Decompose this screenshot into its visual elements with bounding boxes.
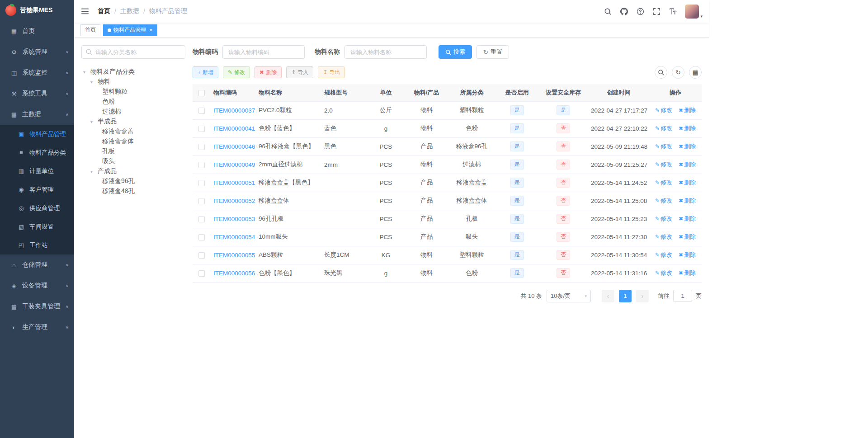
sidebar-item[interactable]: ⚙ 系统管理 ∨ bbox=[0, 42, 74, 62]
breadcrumb-master-data[interactable]: 主数据 bbox=[120, 7, 139, 15]
row-checkbox[interactable] bbox=[198, 126, 205, 132]
delete-row-button[interactable]: ✖删除 bbox=[679, 215, 696, 222]
prev-page-button[interactable]: ‹ bbox=[602, 290, 614, 302]
hamburger-icon[interactable] bbox=[80, 7, 90, 15]
sidebar-item[interactable]: ◎ 供应商管理 bbox=[0, 199, 74, 217]
delete-row-button[interactable]: ✖删除 bbox=[679, 161, 696, 168]
search-button[interactable]: 搜索 bbox=[439, 45, 472, 59]
edit-row-button[interactable]: ✎修改 bbox=[655, 107, 672, 113]
row-checkbox[interactable] bbox=[198, 180, 205, 186]
delete-row-button[interactable]: ✖删除 bbox=[679, 251, 696, 258]
item-code-link[interactable]: ITEM00000056 bbox=[213, 270, 255, 277]
edit-row-button[interactable]: ✎修改 bbox=[655, 143, 672, 150]
export-button[interactable]: ↧ 导出 bbox=[318, 66, 345, 78]
tab-material-product-management[interactable]: 物料产品管理 × bbox=[103, 24, 157, 36]
help-icon[interactable] bbox=[636, 7, 644, 15]
sidebar-item[interactable]: ▤ 主数据 ∧ bbox=[0, 104, 74, 125]
row-checkbox[interactable] bbox=[198, 162, 205, 168]
sidebar-item[interactable]: ⌂ 仓储管理 ∨ bbox=[0, 254, 74, 275]
edit-row-button[interactable]: ✎修改 bbox=[655, 197, 672, 204]
tree-node[interactable]: 移液盒盒盖 bbox=[81, 127, 185, 137]
tree-node[interactable]: 过滤棉 bbox=[81, 107, 185, 117]
tree-node[interactable]: 塑料颗粒 bbox=[81, 87, 185, 97]
github-icon[interactable] bbox=[620, 7, 628, 15]
row-checkbox[interactable] bbox=[198, 270, 205, 277]
sidebar-item[interactable]: ⚒ 系统工具 ∨ bbox=[0, 83, 74, 104]
delete-row-button[interactable]: ✖删除 bbox=[679, 143, 696, 150]
sidebar-item[interactable]: ▣ 物料产品管理 bbox=[0, 125, 74, 143]
close-icon[interactable]: × bbox=[149, 27, 153, 33]
edit-row-button[interactable]: ✎修改 bbox=[655, 269, 672, 276]
item-code-link[interactable]: ITEM00000055 bbox=[213, 252, 255, 259]
sidebar-item[interactable]: ◉ 客户管理 bbox=[0, 180, 74, 199]
next-page-button[interactable]: › bbox=[636, 290, 649, 302]
edit-row-button[interactable]: ✎修改 bbox=[655, 125, 672, 132]
material-name-input[interactable] bbox=[344, 45, 427, 59]
row-checkbox[interactable] bbox=[198, 252, 205, 259]
fullscreen-icon[interactable] bbox=[652, 7, 660, 15]
material-code-input[interactable] bbox=[222, 45, 305, 59]
edit-row-button[interactable]: ✎修改 bbox=[655, 161, 672, 168]
import-button[interactable]: ↥ 导入 bbox=[286, 66, 313, 78]
tree-node[interactable]: 吸头 bbox=[81, 156, 185, 166]
tree-node[interactable]: ▾ 物料 bbox=[81, 77, 185, 87]
sidebar-item[interactable]: ◐ 生产管理 ∨ bbox=[0, 317, 74, 338]
font-size-icon[interactable] bbox=[669, 7, 677, 15]
sidebar-item[interactable]: ▧ 车间设置 bbox=[0, 217, 74, 236]
edit-row-button[interactable]: ✎修改 bbox=[655, 233, 672, 240]
row-checkbox[interactable] bbox=[198, 108, 205, 114]
delete-row-button[interactable]: ✖删除 bbox=[679, 107, 696, 113]
select-all-checkbox[interactable] bbox=[198, 90, 205, 96]
tree-node[interactable]: 移液盒96孔 bbox=[81, 176, 185, 186]
tree-node[interactable]: ▾ 半成品 bbox=[81, 117, 185, 127]
sidebar-item[interactable]: ▥ 计量单位 bbox=[0, 162, 74, 180]
search-toggle-button[interactable] bbox=[655, 66, 667, 79]
avatar[interactable] bbox=[685, 5, 699, 19]
category-search-input[interactable] bbox=[81, 45, 185, 59]
page-size-select[interactable]: 10条/页 ▾ bbox=[547, 290, 591, 302]
tab-home[interactable]: 首页 bbox=[80, 24, 100, 36]
row-checkbox[interactable] bbox=[198, 234, 205, 240]
tree-node[interactable]: 孔板 bbox=[81, 146, 185, 156]
item-code-link[interactable]: ITEM00000054 bbox=[213, 234, 255, 240]
item-code-link[interactable]: ITEM00000041 bbox=[213, 125, 255, 132]
item-code-link[interactable]: ITEM00000051 bbox=[213, 179, 255, 186]
user-menu[interactable]: ▾ bbox=[685, 5, 703, 19]
row-checkbox[interactable] bbox=[198, 144, 205, 150]
delete-row-button[interactable]: ✖删除 bbox=[679, 233, 696, 240]
row-checkbox[interactable] bbox=[198, 216, 205, 222]
breadcrumb-home[interactable]: 首页 bbox=[98, 7, 110, 15]
item-code-link[interactable]: ITEM00000046 bbox=[213, 143, 255, 150]
delete-button[interactable]: ✖ 删除 bbox=[255, 66, 282, 78]
item-code-link[interactable]: ITEM00000053 bbox=[213, 216, 255, 222]
add-button[interactable]: + 新增 bbox=[193, 66, 218, 78]
item-code-link[interactable]: ITEM00000049 bbox=[213, 161, 255, 168]
column-settings-button[interactable]: ▦ bbox=[689, 66, 702, 79]
tree-node[interactable]: ▾ 物料及产品分类 bbox=[81, 67, 185, 77]
reset-button[interactable]: ↻ 重置 bbox=[476, 45, 509, 59]
sidebar-item[interactable]: ◫ 系统监控 ∨ bbox=[0, 62, 74, 83]
item-code-link[interactable]: ITEM00000037 bbox=[213, 107, 255, 114]
delete-row-button[interactable]: ✖删除 bbox=[679, 269, 696, 276]
sidebar-item[interactable]: ▩ 工装夹具管理 ∨ bbox=[0, 296, 74, 317]
tree-node[interactable]: 色粉 bbox=[81, 97, 185, 107]
tree-node[interactable]: 移液盒盒体 bbox=[81, 137, 185, 146]
goto-page-input[interactable] bbox=[673, 290, 692, 302]
delete-row-button[interactable]: ✖删除 bbox=[679, 179, 696, 186]
search-icon[interactable] bbox=[604, 7, 612, 15]
row-checkbox[interactable] bbox=[198, 198, 205, 204]
sidebar-item[interactable]: ◈ 设备管理 ∨ bbox=[0, 275, 74, 296]
edit-button[interactable]: ✎ 修改 bbox=[223, 66, 250, 78]
delete-row-button[interactable]: ✖删除 bbox=[679, 125, 696, 132]
edit-row-button[interactable]: ✎修改 bbox=[655, 251, 672, 258]
page-number-1[interactable]: 1 bbox=[619, 290, 632, 302]
sidebar-item[interactable]: ◰ 工作站 bbox=[0, 236, 74, 254]
edit-row-button[interactable]: ✎修改 bbox=[655, 179, 672, 186]
item-code-link[interactable]: ITEM00000052 bbox=[213, 198, 255, 204]
refresh-button[interactable]: ↻ bbox=[672, 66, 684, 79]
tree-node[interactable]: 移液盒48孔 bbox=[81, 186, 185, 196]
app-logo[interactable]: 苦糖果MES bbox=[0, 0, 74, 21]
sidebar-item[interactable]: ≡ 物料产品分类 bbox=[0, 143, 74, 162]
edit-row-button[interactable]: ✎修改 bbox=[655, 215, 672, 222]
sidebar-item[interactable]: ▦ 首页 bbox=[0, 21, 74, 42]
